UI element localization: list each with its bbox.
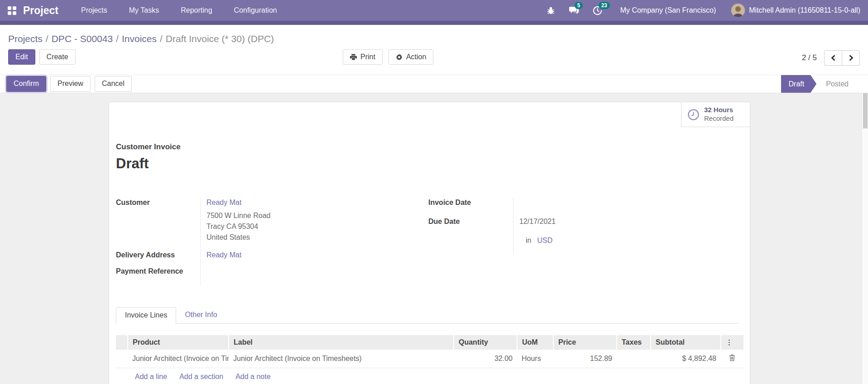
messages-count-badge: 5 bbox=[575, 2, 583, 9]
currency-empty-label bbox=[428, 236, 513, 255]
navbar-bottom-strip bbox=[0, 21, 868, 25]
nav-item-my-tasks[interactable]: My Tasks bbox=[118, 1, 170, 20]
list-footer-links: Add a line Add a section Add a note bbox=[116, 368, 739, 384]
control-panel-buttons: Edit Create Print Action 2 / 5 bbox=[0, 45, 868, 71]
cell-price[interactable]: 152.89 bbox=[553, 350, 617, 368]
row-handle-cell bbox=[116, 350, 128, 368]
invoice-line-row[interactable]: Junior Architect (Invoice on Timesheets)… bbox=[116, 350, 743, 368]
cell-taxes[interactable] bbox=[617, 350, 651, 368]
cancel-button[interactable]: Cancel bbox=[95, 76, 132, 91]
status-steps: Draft Posted bbox=[781, 75, 858, 93]
stat-hours-value: 32 Hours bbox=[704, 106, 734, 114]
customer-field-label: Customer bbox=[116, 198, 201, 250]
timesheet-hours-stat-button[interactable]: 32 Hours Recorded bbox=[681, 102, 750, 127]
column-header-quantity[interactable]: Quantity bbox=[454, 335, 517, 350]
column-header-price[interactable]: Price bbox=[553, 335, 617, 350]
debug-bug-icon[interactable] bbox=[547, 6, 555, 15]
currency-prefix: in bbox=[526, 237, 531, 244]
systray: 5 23 My Company (San Francisco) Mitchell… bbox=[533, 4, 860, 17]
stat-button-band: 32 Hours Recorded bbox=[109, 102, 750, 127]
cell-label[interactable]: Junior Architect (Invoice on Timesheets) bbox=[229, 350, 454, 368]
vertical-scrollbar[interactable] bbox=[862, 93, 868, 384]
delivery-address-link[interactable]: Ready Mat bbox=[206, 251, 241, 259]
breadcrumb-link-order[interactable]: DPC - S00043 bbox=[52, 33, 113, 44]
invoice-date-field-label: Invoice Date bbox=[428, 198, 513, 217]
pager: 2 / 5 bbox=[802, 50, 860, 66]
pager-next-button[interactable] bbox=[842, 50, 860, 66]
cell-subtotal[interactable]: $ 4,892.48 bbox=[651, 350, 721, 368]
breadcrumb-link-projects[interactable]: Projects bbox=[8, 33, 43, 44]
activities-count-badge: 23 bbox=[599, 2, 610, 9]
cell-quantity[interactable]: 32.00 bbox=[454, 350, 517, 368]
invoice-lines-table: Product Label Quantity UoM Price Taxes S… bbox=[116, 335, 743, 368]
column-header-product[interactable]: Product bbox=[128, 335, 229, 350]
chevron-left-icon bbox=[831, 55, 836, 61]
create-button[interactable]: Create bbox=[39, 49, 76, 65]
add-a-section-link[interactable]: Add a section bbox=[179, 373, 223, 381]
document-type-heading: Customer Invoice bbox=[116, 142, 739, 152]
status-step-draft[interactable]: Draft bbox=[781, 75, 817, 93]
edit-button[interactable]: Edit bbox=[8, 49, 35, 65]
tab-other-info[interactable]: Other Info bbox=[176, 307, 225, 323]
content-area: Confirm Preview Cancel Draft Posted 32 H… bbox=[0, 75, 868, 384]
pager-previous-button[interactable] bbox=[824, 50, 842, 66]
address-city: Tracy CA 95304 bbox=[206, 221, 428, 232]
confirm-button[interactable]: Confirm bbox=[6, 76, 46, 91]
preview-button[interactable]: Preview bbox=[50, 76, 91, 91]
notebook-tabs: Invoice Lines Other Info bbox=[116, 307, 739, 324]
document-state-title: Draft bbox=[116, 156, 739, 172]
chevron-right-icon bbox=[849, 55, 854, 61]
gear-icon bbox=[396, 54, 403, 61]
cell-uom[interactable]: Hours bbox=[517, 350, 553, 368]
breadcrumb-separator: / bbox=[46, 33, 48, 44]
app-name[interactable]: Project bbox=[23, 5, 58, 17]
breadcrumb-separator: / bbox=[116, 33, 119, 44]
add-a-line-link[interactable]: Add a line bbox=[135, 373, 167, 381]
address-country: United States bbox=[206, 232, 428, 243]
clock-icon bbox=[687, 109, 700, 121]
status-step-posted[interactable]: Posted bbox=[816, 75, 858, 93]
column-header-uom[interactable]: UoM bbox=[517, 335, 553, 350]
pager-counter: 2 / 5 bbox=[802, 53, 817, 62]
table-header-row: Product Label Quantity UoM Price Taxes S… bbox=[116, 335, 743, 350]
customer-link[interactable]: Ready Mat bbox=[206, 199, 241, 206]
company-switcher[interactable]: My Company (San Francisco) bbox=[620, 6, 716, 14]
top-navbar: Project Projects My Tasks Reporting Conf… bbox=[0, 0, 868, 21]
nav-item-projects[interactable]: Projects bbox=[70, 1, 118, 20]
activities-clock-icon[interactable]: 23 bbox=[593, 6, 602, 15]
nav-item-reporting[interactable]: Reporting bbox=[170, 1, 223, 20]
field-groups: Customer Ready Mat 7500 W Linne Road Tra… bbox=[116, 198, 739, 285]
column-header-taxes[interactable]: Taxes bbox=[617, 335, 651, 350]
optional-columns-icon[interactable]: ⋮ bbox=[726, 338, 733, 346]
messages-icon[interactable]: 5 bbox=[569, 6, 579, 15]
user-menu[interactable]: Mitchell Admin (11650811-15-0-all) bbox=[731, 4, 860, 17]
address-street: 7500 W Linne Road bbox=[206, 210, 428, 221]
delivery-address-field-label: Delivery Address bbox=[116, 250, 201, 266]
apps-menu-icon[interactable] bbox=[8, 6, 16, 15]
nav-item-configuration[interactable]: Configuration bbox=[223, 1, 288, 20]
breadcrumb: Projects/DPC - S00043/Invoices/Draft Inv… bbox=[0, 25, 868, 45]
due-date-value: 12/17/2021 bbox=[513, 217, 727, 236]
cell-product[interactable]: Junior Architect (Invoice on Timesheets) bbox=[128, 350, 229, 368]
print-button[interactable]: Print bbox=[343, 49, 383, 65]
column-header-label[interactable]: Label bbox=[229, 335, 454, 350]
breadcrumb-link-invoices[interactable]: Invoices bbox=[122, 33, 157, 44]
stat-hours-label: Recorded bbox=[704, 114, 734, 123]
invoice-sheet: 32 Hours Recorded Customer Invoice Draft… bbox=[109, 102, 750, 384]
user-avatar bbox=[731, 4, 745, 17]
delete-line-icon[interactable] bbox=[729, 354, 735, 361]
printer-icon bbox=[350, 54, 357, 60]
currency-link[interactable]: USD bbox=[537, 237, 552, 244]
add-a-note-link[interactable]: Add a note bbox=[235, 373, 270, 381]
invoice-date-value bbox=[513, 198, 727, 217]
tab-invoice-lines[interactable]: Invoice Lines bbox=[116, 307, 176, 324]
form-statusbar: Confirm Preview Cancel Draft Posted bbox=[0, 75, 868, 93]
column-header-subtotal[interactable]: Subtotal bbox=[651, 335, 721, 350]
form-view-background: 32 Hours Recorded Customer Invoice Draft… bbox=[0, 93, 868, 384]
user-name: Mitchell Admin (11650811-15-0-all) bbox=[749, 6, 860, 14]
handle-column-header bbox=[116, 335, 128, 350]
payment-reference-field-label: Payment Reference bbox=[116, 266, 201, 285]
breadcrumb-separator: / bbox=[160, 33, 163, 44]
action-button[interactable]: Action bbox=[388, 49, 433, 65]
scrollbar-thumb[interactable] bbox=[863, 93, 868, 128]
